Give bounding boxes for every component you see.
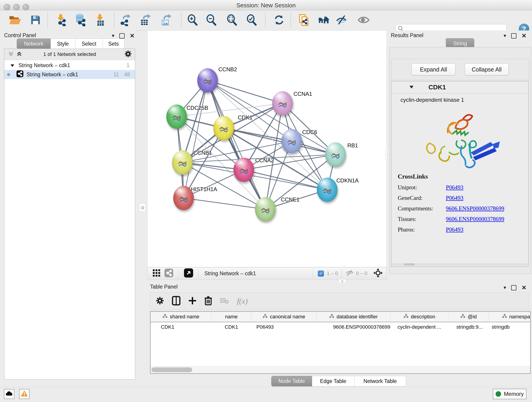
network-node-ccna1[interactable] bbox=[272, 91, 293, 115]
panel-float-icon[interactable] bbox=[511, 33, 516, 38]
collapse-entry-icon[interactable] bbox=[409, 85, 414, 89]
panel-menu-icon[interactable]: ▾ bbox=[112, 33, 114, 38]
panel-close-icon[interactable]: ✕ bbox=[521, 285, 526, 291]
zoom-selected-icon bbox=[246, 14, 257, 27]
grid-view-icon[interactable] bbox=[152, 269, 160, 278]
table-settings-gear-icon[interactable] bbox=[156, 297, 164, 306]
panel-close-icon[interactable]: ✕ bbox=[130, 33, 135, 39]
table-cell[interactable]: stringdb bbox=[489, 324, 531, 330]
expand-all-button[interactable]: Expand All bbox=[412, 64, 456, 75]
protein-thumbnail-icon bbox=[201, 75, 214, 87]
open-in-new-icon[interactable] bbox=[184, 268, 193, 279]
table-cell[interactable]: P06493 bbox=[251, 324, 317, 330]
zoom-in-button[interactable] bbox=[184, 12, 201, 29]
horizontal-splitter[interactable] bbox=[147, 280, 387, 282]
delete-column-trash-icon[interactable] bbox=[204, 296, 212, 306]
zoom-selected-button[interactable] bbox=[244, 12, 260, 29]
table-row[interactable]: CDK1CDK1P064939606.ENSP00000378699cyclin… bbox=[151, 322, 530, 332]
import-database-button[interactable] bbox=[73, 12, 89, 29]
table-cell[interactable]: CDK1 bbox=[151, 324, 211, 330]
table-cell[interactable]: stringdb:9... bbox=[448, 324, 489, 330]
crosslink-label: Compartments: bbox=[398, 205, 446, 212]
table-horizontal-scrollbar[interactable] bbox=[151, 366, 530, 373]
column-header-namespace[interactable]: namespace bbox=[489, 312, 531, 322]
selected-checkbox[interactable]: ✓ bbox=[318, 270, 324, 277]
clone-network-button[interactable] bbox=[296, 12, 312, 29]
network-node-cdc25b[interactable] bbox=[166, 104, 187, 129]
tab-select[interactable]: Select bbox=[75, 38, 103, 49]
delete-table-icon[interactable] bbox=[220, 297, 229, 305]
tab-style[interactable]: Style bbox=[51, 38, 75, 49]
zoom-out-button[interactable] bbox=[203, 12, 219, 29]
table-cell[interactable]: 9606.ENSP00000378699 bbox=[317, 324, 391, 330]
network-node-cdkn1a[interactable] bbox=[317, 178, 337, 202]
status-bar: Memory bbox=[0, 387, 532, 402]
network-node-ccna2[interactable] bbox=[234, 158, 254, 182]
hide-selected-button[interactable] bbox=[334, 12, 350, 29]
network-row[interactable]: String Network – cdk1 11 48 bbox=[4, 70, 135, 79]
node-detail-header[interactable]: CDK1 bbox=[391, 81, 528, 94]
network-collection-row[interactable]: String Network – cdk1 1 bbox=[4, 61, 135, 70]
birdseye-view-icon[interactable] bbox=[373, 268, 383, 279]
network-node-ccnb2[interactable] bbox=[197, 68, 218, 93]
column-header--id[interactable]: @id bbox=[448, 312, 489, 322]
export-table-button[interactable] bbox=[137, 12, 153, 29]
cloud-button[interactable] bbox=[4, 389, 14, 399]
network-node-cdc6[interactable] bbox=[281, 129, 302, 153]
panel-float-icon[interactable] bbox=[119, 33, 125, 38]
panel-close-icon[interactable]: ✕ bbox=[521, 33, 526, 39]
column-label: description bbox=[411, 314, 435, 320]
network-node-cdk1[interactable] bbox=[213, 116, 234, 140]
show-all-button[interactable] bbox=[355, 12, 372, 29]
panel-float-icon[interactable] bbox=[511, 285, 516, 290]
network-canvas[interactable]: CCNB2CCNA1CDC25BCDK1CDC6RB1CCNB1CCNA2CDK… bbox=[147, 31, 387, 267]
column-header-shared-name[interactable]: shared name bbox=[151, 312, 211, 322]
card-scrollbar[interactable] bbox=[392, 263, 528, 266]
crosslink-link[interactable]: 9606.ENSP00000378699 bbox=[446, 205, 504, 212]
crosslink-link[interactable]: P06493 bbox=[446, 184, 463, 191]
export-image-button[interactable] bbox=[158, 12, 174, 29]
string-view-icon[interactable] bbox=[165, 269, 173, 278]
zoom-fit-button[interactable] bbox=[224, 12, 240, 29]
collapse-all-button[interactable]: Collapse All bbox=[465, 64, 509, 75]
panel-menu-icon[interactable]: ▾ bbox=[504, 285, 506, 290]
column-header-canonical-name[interactable]: canonical name bbox=[251, 312, 317, 322]
table-cell[interactable]: cyclin-dependent ... bbox=[391, 324, 448, 330]
export-network-button[interactable] bbox=[117, 12, 133, 29]
network-node-ccne1[interactable] bbox=[255, 197, 276, 221]
save-button[interactable] bbox=[27, 12, 44, 29]
refresh-button[interactable] bbox=[271, 12, 287, 29]
tree-expander-icon[interactable] bbox=[10, 62, 14, 69]
gear-icon[interactable] bbox=[124, 50, 132, 58]
column-label: database identifier bbox=[336, 314, 378, 320]
table-cell[interactable]: CDK1 bbox=[211, 324, 251, 330]
column-header-description[interactable]: description bbox=[391, 312, 448, 322]
home-view-button[interactable] bbox=[316, 12, 331, 29]
import-table-button[interactable] bbox=[92, 12, 108, 29]
tab-network[interactable]: Network bbox=[17, 38, 51, 49]
crosslink-link[interactable]: P06493 bbox=[446, 226, 463, 233]
table-scrollbar-thumb[interactable] bbox=[152, 367, 192, 372]
show-columns-icon[interactable] bbox=[172, 296, 181, 306]
warning-button[interactable] bbox=[19, 389, 30, 399]
crosslink-link[interactable]: 9606.ENSP00000378699 bbox=[446, 216, 504, 222]
panel-menu-icon[interactable]: ▾ bbox=[504, 33, 506, 38]
tab-node-table[interactable]: Node Table bbox=[271, 376, 312, 386]
hidden-eye-icon[interactable] bbox=[346, 270, 354, 277]
network-node-ccnb1[interactable] bbox=[172, 150, 193, 175]
column-label: canonical name bbox=[270, 314, 305, 320]
memory-button[interactable]: Memory bbox=[493, 389, 526, 399]
column-header-name[interactable]: name bbox=[211, 312, 251, 322]
open-button[interactable] bbox=[7, 12, 23, 29]
create-column-plus-icon[interactable] bbox=[188, 297, 196, 306]
import-network-button[interactable] bbox=[53, 12, 69, 29]
left-splitter-handle[interactable] bbox=[139, 204, 146, 212]
tab-network-table[interactable]: Network Table bbox=[355, 376, 406, 386]
crosslink-link[interactable]: P06493 bbox=[446, 195, 463, 201]
tab-edge-table[interactable]: Edge Table bbox=[312, 376, 355, 386]
column-header-database-identifier[interactable]: database identifier bbox=[317, 312, 391, 322]
card-scrollbar-thumb[interactable] bbox=[404, 263, 415, 266]
tab-sets[interactable]: Sets bbox=[103, 38, 124, 49]
function-builder-icon[interactable]: f(x) bbox=[237, 297, 248, 306]
network-node-rb1[interactable] bbox=[325, 142, 346, 167]
